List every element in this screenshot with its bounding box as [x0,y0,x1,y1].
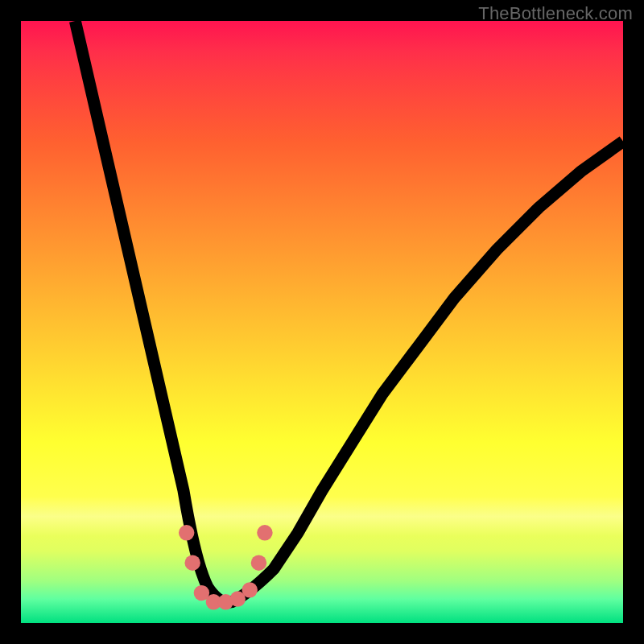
dot [184,555,200,570]
chart-frame [21,21,623,623]
highlight-dots [21,21,623,623]
dot [251,555,266,570]
dot [179,525,194,540]
dot [257,525,272,540]
dot [242,582,258,597]
